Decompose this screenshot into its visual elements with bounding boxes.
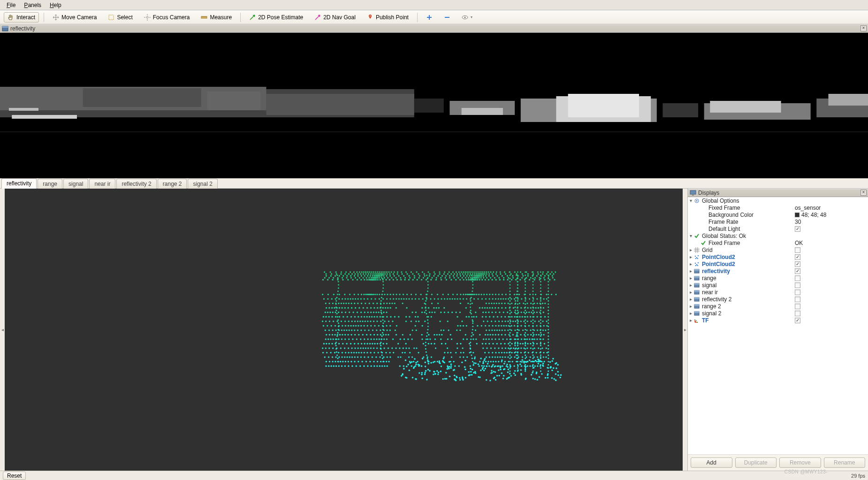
svg-point-1087 [498,347,499,349]
svg-point-978 [488,338,490,340]
move-camera-button[interactable]: Move Camera [49,12,100,23]
svg-point-1675 [531,374,533,376]
tree-row[interactable]: ▸TF [688,317,868,324]
tab-range[interactable]: range [38,179,62,189]
displays-tree[interactable]: ▾Global OptionsFixed Frameos_sensorBackg… [688,197,868,454]
svg-point-1012 [374,343,375,344]
svg-point-1104 [326,352,327,353]
tree-row[interactable]: ▾Global Options [688,197,868,204]
svg-point-211 [466,275,468,276]
svg-point-1601 [540,335,541,337]
tab-signal[interactable]: signal [63,179,88,189]
svg-point-406 [403,294,404,295]
menu-panels[interactable]: Panels [20,1,45,9]
svg-point-892 [344,334,346,335]
svg-point-1221 [354,361,355,362]
svg-point-953 [370,338,372,340]
tree-row[interactable]: ▸range 2 [688,303,868,310]
tab-signal-2[interactable]: signal 2 [188,179,217,189]
3d-view[interactable] [5,189,683,471]
svg-point-446 [546,294,547,295]
tree-row[interactable]: ▾Global Status: Ok [688,232,868,239]
svg-point-346 [450,279,452,281]
svg-point-1807 [480,358,482,359]
svg-point-1273 [363,366,365,367]
svg-point-549 [486,303,487,304]
rename-button[interactable]: Rename [824,457,866,468]
tree-row[interactable]: ▸reflectivity [688,267,868,274]
add-tool-button[interactable] [422,12,436,23]
tree-row[interactable]: ▸PointCloud2 [688,260,868,267]
svg-point-1346 [382,290,383,292]
svg-point-1782 [414,358,416,360]
remove-button[interactable]: Remove [779,457,821,468]
svg-point-1876 [698,262,699,263]
svg-point-916 [465,334,466,335]
select-button[interactable]: Select [104,12,136,23]
minus-icon [444,14,450,21]
reflectivity-image-view[interactable] [0,33,868,178]
image-panel-title-bar[interactable]: reflectivity × [0,24,868,33]
svg-point-1171 [367,356,369,358]
svg-point-427 [474,294,475,295]
tree-row[interactable]: ▸near ir [688,289,868,296]
svg-point-809 [457,325,458,327]
svg-point-1555 [533,290,534,292]
svg-point-787 [331,325,332,327]
svg-point-699 [386,316,388,318]
tree-row[interactable]: Fixed FrameOK [688,239,868,246]
view-toggle-button[interactable]: ▾ [458,12,476,23]
tree-row[interactable]: ▸signal 2 [688,310,868,317]
svg-point-1382 [426,316,428,318]
tree-row[interactable]: Background Color 48; 48; 48 [688,211,868,218]
svg-point-212 [469,275,470,276]
menu-help[interactable]: Help [46,1,65,9]
tree-row[interactable]: ▸reflectivity 2 [688,296,868,303]
left-collapse-handle[interactable]: ◂ [0,189,5,471]
tab-reflectivity[interactable]: reflectivity [1,178,37,189]
tree-row[interactable]: ▸PointCloud2 [688,253,868,260]
add-button[interactable]: Add [691,457,732,468]
nav-goal-button[interactable]: 2D Nav Goal [311,12,359,23]
svg-point-31 [335,271,336,273]
tree-row[interactable]: ▸Grid [688,246,868,253]
tree-row[interactable]: Fixed Frameos_sensor [688,204,868,211]
tree-row[interactable]: Default Light [688,225,868,232]
tree-row[interactable]: Frame Rate30 [688,218,868,225]
svg-point-800 [370,325,372,327]
menu-file[interactable]: FFileile [3,1,19,9]
right-collapse-handle[interactable]: ▸ [683,189,687,471]
remove-tool-button[interactable] [440,12,454,23]
measure-button[interactable]: Measure [197,12,236,23]
close-icon[interactable]: × [860,190,867,196]
tab-reflectivity-2[interactable]: reflectivity 2 [116,179,156,189]
svg-point-655 [456,312,457,313]
svg-point-1280 [384,366,385,367]
pose-estimate-button[interactable]: 2D Pose Estimate [245,12,307,23]
svg-point-1023 [441,343,442,344]
svg-point-871 [502,329,503,331]
interact-button[interactable]: Interact [4,12,39,23]
svg-point-1133 [460,352,462,353]
close-icon[interactable]: × [860,25,867,31]
svg-point-855 [389,329,391,331]
svg-point-897 [362,334,364,335]
reset-button[interactable]: Reset [3,472,26,480]
publish-point-button[interactable]: Publish Point [363,12,412,23]
tab-near-ir[interactable]: near ir [89,179,115,189]
svg-point-1410 [471,316,472,318]
svg-point-1353 [381,313,382,314]
displays-title-bar[interactable]: Displays × [688,189,868,197]
duplicate-button[interactable]: Duplicate [735,457,777,468]
svg-point-1742 [509,373,511,375]
tree-row[interactable]: ▸range [688,274,868,282]
tree-row[interactable]: ▸signal [688,282,868,289]
svg-point-101 [336,273,337,274]
svg-point-1578 [533,364,534,366]
svg-point-1345 [382,287,384,289]
svg-point-77 [476,271,478,273]
svg-point-1872 [697,258,698,259]
focus-camera-button[interactable]: Focus Camera [140,12,194,23]
svg-point-68 [458,271,460,273]
tab-range-2[interactable]: range 2 [158,179,187,189]
